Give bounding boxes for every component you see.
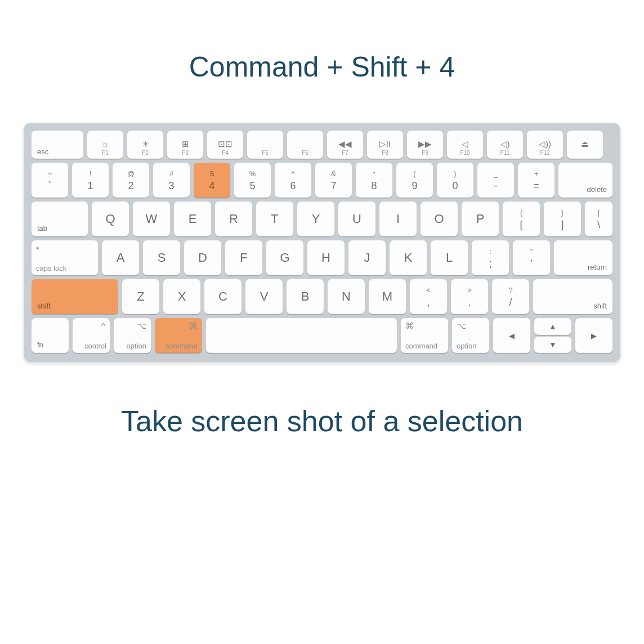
key-left-command[interactable]: ⌘command: [155, 318, 202, 353]
key-o[interactable]: O: [421, 202, 458, 236]
brightness-down-icon: ☼: [101, 140, 109, 148]
key-q[interactable]: Q: [92, 202, 129, 236]
key-arrow-left[interactable]: ◀: [493, 318, 530, 353]
key-arrow-down[interactable]: ▼: [534, 337, 571, 354]
key-semicolon[interactable]: :;: [472, 240, 509, 275]
key-arrow-up-down: ▲ ▼: [534, 318, 571, 353]
key-right-command[interactable]: ⌘command: [401, 318, 448, 353]
row-function: esc ☼F1 ☀F2 ⊞F3 ⊡⊡F4 F5 F6 ◀◀F7 ▷IIF8 ▶▶…: [32, 131, 612, 159]
key-f[interactable]: F: [225, 240, 262, 275]
fast-forward-icon: ▶▶: [418, 140, 432, 148]
key-m[interactable]: M: [369, 279, 406, 314]
key-right-option[interactable]: ⌥option: [452, 318, 489, 353]
key-minus[interactable]: _-: [477, 163, 514, 198]
key-f7[interactable]: ◀◀F7: [327, 131, 363, 159]
key-f4[interactable]: ⊡⊡F4: [207, 131, 243, 159]
key-0[interactable]: )0: [437, 163, 473, 198]
key-7[interactable]: &7: [315, 163, 352, 198]
key-backtick[interactable]: ~`: [32, 163, 68, 198]
key-f9[interactable]: ▶▶F9: [407, 131, 443, 159]
keyboard: esc ☼F1 ☀F2 ⊞F3 ⊡⊡F4 F5 F6 ◀◀F7 ▷IIF8 ▶▶…: [24, 123, 620, 362]
key-f1[interactable]: ☼F1: [87, 131, 123, 159]
shortcut-caption: Take screen shot of a selection: [121, 404, 523, 438]
key-z[interactable]: Z: [122, 279, 159, 314]
key-left-bracket[interactable]: {[: [503, 202, 540, 236]
key-u[interactable]: U: [338, 202, 375, 236]
key-t[interactable]: T: [256, 202, 293, 236]
key-i[interactable]: I: [379, 202, 417, 236]
key-right-shift[interactable]: shift: [533, 279, 612, 314]
key-caps-lock[interactable]: •caps lock: [32, 240, 98, 275]
key-c[interactable]: C: [204, 279, 242, 314]
launchpad-icon: ⊡⊡: [218, 140, 232, 148]
key-a[interactable]: A: [102, 240, 139, 275]
key-f6[interactable]: F6: [287, 131, 323, 159]
key-r[interactable]: R: [215, 202, 252, 236]
key-3[interactable]: #3: [153, 163, 190, 198]
key-4[interactable]: $4: [194, 163, 230, 198]
key-f3[interactable]: ⊞F3: [167, 131, 203, 159]
key-tab[interactable]: tab: [32, 202, 88, 236]
row-asdf: •caps lock A S D F G H J K L :; "' retur…: [32, 240, 612, 275]
key-space[interactable]: [206, 318, 397, 353]
key-left-shift[interactable]: shift: [32, 279, 118, 314]
shortcut-title: Command + Shift + 4: [189, 51, 455, 83]
key-s[interactable]: S: [143, 240, 180, 275]
key-9[interactable]: (9: [396, 163, 433, 198]
key-j[interactable]: J: [348, 240, 386, 275]
key-control[interactable]: ^control: [73, 318, 110, 353]
row-number: ~` !1 @2 #3 $4 %5 ^6 &7 *8 (9 )0 _- += d…: [32, 163, 612, 198]
rewind-icon: ◀◀: [338, 140, 352, 148]
key-eject[interactable]: ⏏: [567, 131, 603, 159]
key-b[interactable]: B: [287, 279, 324, 314]
key-return[interactable]: return: [554, 240, 612, 275]
key-right-bracket[interactable]: }]: [544, 202, 581, 236]
command-icon: ⌘: [189, 321, 198, 330]
key-2[interactable]: @2: [113, 163, 149, 198]
key-f10[interactable]: ◁F10: [447, 131, 483, 159]
option-icon: ⌥: [137, 321, 146, 330]
key-x[interactable]: X: [163, 279, 200, 314]
volume-down-icon: ◁): [500, 140, 510, 148]
key-f12[interactable]: ◁))F12: [527, 131, 563, 159]
key-f2[interactable]: ☀F2: [127, 131, 163, 159]
command-icon: ⌘: [405, 321, 414, 330]
option-icon: ⌥: [457, 321, 466, 330]
volume-up-icon: ◁)): [539, 140, 551, 148]
key-w[interactable]: W: [133, 202, 170, 236]
key-esc[interactable]: esc: [32, 131, 83, 159]
key-h[interactable]: H: [307, 240, 345, 275]
key-comma[interactable]: <,: [410, 279, 447, 314]
key-k[interactable]: K: [390, 240, 427, 275]
arrow-right-icon: ▶: [591, 332, 597, 339]
arrow-up-icon: ▲: [549, 323, 557, 330]
key-quote[interactable]: "': [513, 240, 550, 275]
key-e[interactable]: E: [174, 202, 211, 236]
key-d[interactable]: D: [184, 240, 221, 275]
key-l[interactable]: L: [431, 240, 468, 275]
key-left-option[interactable]: ⌥option: [114, 318, 151, 353]
key-y[interactable]: Y: [297, 202, 334, 236]
key-f5[interactable]: F5: [247, 131, 283, 159]
key-delete[interactable]: delete: [558, 163, 612, 198]
key-backslash[interactable]: |\: [585, 202, 612, 236]
key-g[interactable]: G: [266, 240, 303, 275]
key-slash[interactable]: ?/: [492, 279, 529, 314]
key-n[interactable]: N: [328, 279, 365, 314]
key-arrow-right[interactable]: ▶: [575, 318, 612, 353]
key-equal[interactable]: +=: [518, 163, 554, 198]
key-v[interactable]: V: [245, 279, 283, 314]
key-p[interactable]: P: [462, 202, 499, 236]
key-f11[interactable]: ◁)F11: [487, 131, 523, 159]
row-zxcv: shift Z X C V B N M <, >. ?/ shift: [32, 279, 612, 314]
key-period[interactable]: >.: [451, 279, 488, 314]
key-8[interactable]: *8: [356, 163, 392, 198]
key-5[interactable]: %5: [234, 163, 271, 198]
caps-lock-indicator-icon: •: [36, 244, 39, 252]
key-f8[interactable]: ▷IIF8: [367, 131, 403, 159]
key-fn[interactable]: fn: [32, 318, 69, 353]
key-6[interactable]: ^6: [275, 163, 311, 198]
key-1[interactable]: !1: [72, 163, 109, 198]
key-arrow-up[interactable]: ▲: [534, 318, 571, 335]
control-icon: ^: [101, 321, 105, 330]
